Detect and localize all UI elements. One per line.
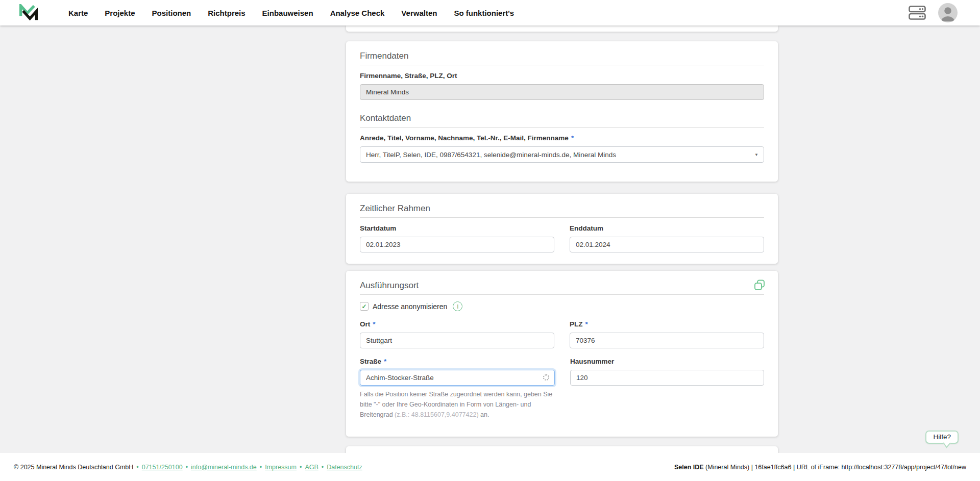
ausfuehrungsort-card: Ausführungsort ✓ Adresse anonymisieren i… xyxy=(346,271,778,437)
required-asterisk: * xyxy=(571,134,574,142)
nav-item-verwalten[interactable]: Verwalten xyxy=(401,9,437,17)
required-asterisk: * xyxy=(585,320,588,328)
footer-link-impressum[interactable]: Impressum xyxy=(265,464,297,471)
nav-item-richtpreis[interactable]: Richtpreis xyxy=(208,9,245,17)
required-asterisk: * xyxy=(373,320,375,328)
strasse-input[interactable] xyxy=(360,370,555,386)
user-avatar-button[interactable] xyxy=(938,3,958,22)
kontaktdaten-title: Kontaktdaten xyxy=(360,113,764,123)
plz-input[interactable] xyxy=(570,333,764,348)
kontakt-select[interactable]: Herr, TitelP, Selen, IDE, 0987/654321, s… xyxy=(360,146,764,163)
zeitlicher-rahmen-card: Zeitlicher Rahmen Startdatum Enddatum xyxy=(346,194,778,264)
required-asterisk: * xyxy=(384,358,386,366)
plz-label: PLZ* xyxy=(570,320,764,328)
nav-item-karte[interactable]: Karte xyxy=(68,9,88,17)
enddatum-label: Enddatum xyxy=(570,224,764,233)
top-navbar: Karte Projekte Positionen Richtpreis Ein… xyxy=(0,0,980,26)
nav-item-projekte[interactable]: Projekte xyxy=(105,9,135,17)
divider xyxy=(360,294,764,295)
hausnummer-label: Hausnummer xyxy=(570,358,764,366)
hausnummer-input[interactable] xyxy=(570,370,764,386)
person-icon xyxy=(938,3,958,22)
nav-item-einbauweisen[interactable]: Einbauweisen xyxy=(262,9,313,17)
enddatum-input[interactable] xyxy=(570,237,764,252)
startdatum-label: Startdatum xyxy=(360,224,554,233)
footer-left: © 2025 Mineral Minds Deutschland GmbH • … xyxy=(14,464,362,471)
anonymize-checkbox[interactable]: ✓ xyxy=(360,302,369,311)
ort-input[interactable] xyxy=(360,333,554,348)
startdatum-input[interactable] xyxy=(360,237,554,252)
scrolled-card-fragment-top xyxy=(346,26,778,32)
footer-link-agb[interactable]: AGB xyxy=(305,464,318,471)
footer-link-phone[interactable]: 07151/250100 xyxy=(142,464,183,471)
loading-spinner-icon xyxy=(543,374,549,381)
firmenname-input xyxy=(360,84,764,100)
mineral-minds-logo-icon[interactable] xyxy=(18,4,39,21)
divider xyxy=(360,127,764,128)
firmendaten-title: Firmendaten xyxy=(360,51,764,61)
ort-label: Ort* xyxy=(360,320,554,328)
nav-item-positionen[interactable]: Positionen xyxy=(152,9,191,17)
copy-icon[interactable] xyxy=(753,279,766,291)
divider xyxy=(360,217,764,218)
strasse-hint: Falls die Position keiner Straße zugeord… xyxy=(360,389,555,420)
footer: © 2025 Mineral Minds Deutschland GmbH • … xyxy=(0,453,980,481)
firmendaten-card: Firmendaten Firmenname, Straße, PLZ, Ort… xyxy=(346,41,778,182)
ausfuehrungsort-title: Ausführungsort xyxy=(360,281,764,291)
strasse-label: Straße* xyxy=(360,358,555,366)
footer-link-datenschutz[interactable]: Datenschutz xyxy=(327,464,362,471)
nav-item-so-funktionierts[interactable]: So funktioniert's xyxy=(454,9,514,17)
ide-status-text: Selen IDE (Mineral Minds) | 16fae1ffc6a6… xyxy=(674,464,966,471)
help-button[interactable]: Hilfe? xyxy=(925,431,959,444)
anonymize-label: Adresse anonymisieren xyxy=(373,302,447,311)
footer-link-email[interactable]: info@mineral-minds.de xyxy=(191,464,257,471)
divider xyxy=(360,65,764,65)
firmenname-label: Firmenname, Straße, PLZ, Ort xyxy=(360,72,764,80)
server-stack-icon[interactable] xyxy=(909,6,926,20)
kontakt-label: Anrede, Titel, Vorname, Nachname, Tel.-N… xyxy=(360,134,764,142)
copyright-text: © 2025 Mineral Minds Deutschland GmbH xyxy=(14,464,133,471)
info-icon[interactable]: i xyxy=(453,301,462,311)
zeitraum-title: Zeitlicher Rahmen xyxy=(360,204,764,214)
nav-item-analyse-check[interactable]: Analyse Check xyxy=(330,9,385,17)
navbar-right xyxy=(909,0,958,26)
main-nav: Karte Projekte Positionen Richtpreis Ein… xyxy=(68,9,514,17)
